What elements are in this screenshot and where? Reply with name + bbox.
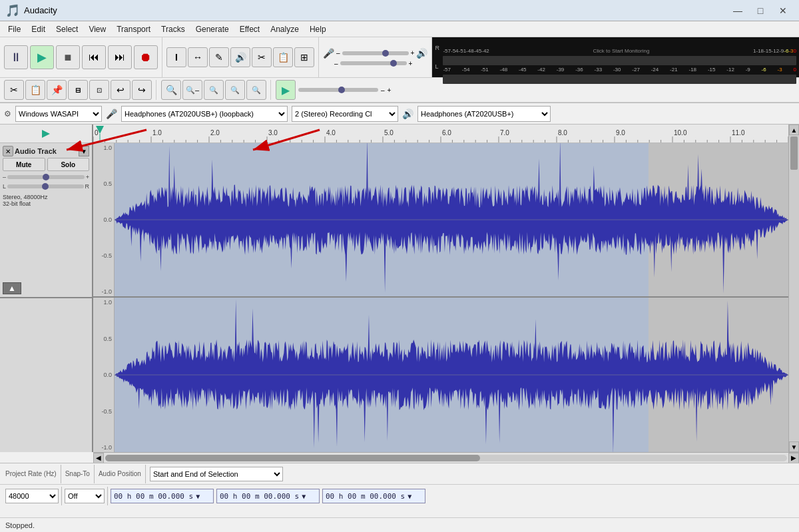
paste-tool[interactable]: 📋 (273, 47, 293, 67)
zoom-tool[interactable]: 🔊 (230, 47, 250, 67)
play-speed-btn[interactable]: ▶ (276, 80, 296, 100)
vscroll-thumb[interactable] (790, 136, 798, 170)
time2-dropdown-icon[interactable]: ▼ (302, 493, 306, 500)
selection-start-display[interactable]: 00 h 00 m 00.000 s ▼ (216, 489, 320, 503)
selection-format-select[interactable]: Start and End of Selection (150, 467, 283, 481)
cut-tool[interactable]: ✂ (252, 47, 272, 67)
track1-mute-solo: Mute Solo (3, 158, 89, 171)
zoom-sel-btn[interactable]: 🔍 (225, 80, 245, 100)
hscroll-right-btn[interactable]: ▶ (788, 453, 799, 463)
cut-btn[interactable]: ✂ (4, 80, 24, 100)
time3-dropdown-icon[interactable]: ▼ (407, 493, 411, 500)
footer: Project Rate (Hz) Snap-To Audio Position… (0, 463, 799, 517)
zoom-fit-btn[interactable]: 🔍 (204, 80, 224, 100)
track1-menu-btn[interactable]: ▼ (79, 146, 89, 156)
app-title: Audacity (24, 5, 727, 15)
record-button[interactable]: ⏺ (134, 45, 158, 69)
track2-wave[interactable]: 1.0 0.5 0.0 -0.5 -1.0 (93, 298, 788, 452)
hscroll-thumb[interactable] (105, 455, 480, 461)
hscroll-left-btn[interactable]: ◀ (93, 453, 104, 463)
paste-btn[interactable]: 📌 (47, 80, 67, 100)
menu-edit[interactable]: Edit (26, 23, 51, 35)
pause-button[interactable]: ⏸ (4, 45, 28, 69)
scale-neg05: -0.5 (93, 252, 114, 259)
close-button[interactable]: ✕ (772, 3, 794, 19)
channels-select[interactable]: 2 (Stereo) Recording Cl (292, 106, 398, 122)
menu-generate[interactable]: Generate (190, 23, 234, 35)
menu-help[interactable]: Help (304, 23, 332, 35)
undo-btn[interactable]: ↩ (111, 80, 131, 100)
menubar: File Edit Select View Transport Tracks G… (0, 21, 799, 37)
maximize-button[interactable]: □ (750, 3, 771, 19)
track2-controls (0, 298, 92, 452)
mixer-toolbar: 🎤 – + 🔊 – + (319, 37, 432, 77)
input-device-select[interactable]: Headphones (AT2020USB+) (loopback) (121, 106, 288, 122)
track1-pan-slider[interactable] (7, 184, 83, 188)
zoom-out-btn[interactable]: 🔍– (182, 80, 202, 100)
trim-btn[interactable]: ⊟ (68, 80, 88, 100)
skip-end-button[interactable]: ⏭ (108, 45, 132, 69)
track1-mute-btn[interactable]: Mute (3, 158, 45, 171)
play-button[interactable]: ▶ (30, 45, 54, 69)
track1-solo-btn[interactable]: Solo (47, 158, 90, 171)
track2-scale: 1.0 0.5 0.0 -0.5 -1.0 (93, 298, 115, 452)
zoom-toggle-btn[interactable]: 🔍 (246, 80, 266, 100)
skip-start-button[interactable]: ⏮ (82, 45, 106, 69)
time1-dropdown-icon[interactable]: ▼ (196, 493, 200, 500)
hscroll-track (105, 455, 787, 461)
menu-effect[interactable]: Effect (234, 23, 265, 35)
minimize-button[interactable]: — (727, 3, 748, 19)
stop-button[interactable]: ■ (56, 45, 80, 69)
mic-icon: 🎤 (323, 48, 334, 59)
gain-minus: – (336, 49, 340, 57)
scale-0.5: 0.5 (93, 180, 114, 187)
menu-file[interactable]: File (3, 23, 26, 35)
vu-l-label: L (435, 63, 443, 70)
output-device-select[interactable]: Headphones (AT2020USB+) (417, 106, 551, 122)
track1-wave[interactable]: 1.0 0.5 0.0 -0.5 -1.0 (93, 143, 788, 298)
vscroll-down-btn[interactable]: ▼ (789, 441, 799, 452)
menu-transport[interactable]: Transport (111, 23, 156, 35)
silence-btn[interactable]: ⊡ (89, 80, 109, 100)
gain-plus-label: + (86, 174, 89, 180)
project-rate-select[interactable]: 48000 (5, 489, 59, 503)
track1-wave-canvas[interactable] (115, 143, 788, 296)
track1-gain-slider[interactable] (7, 175, 85, 179)
playhead-corner-icon (39, 127, 53, 140)
audio-host-select[interactable]: Windows WASAPI (15, 106, 102, 122)
vu-meter-area: R -57 -54 -51 -48 -45 -42 Click to Start… (432, 37, 799, 77)
selection-end-display[interactable]: 00 h 00 m 00.000 s ▼ (322, 489, 425, 503)
track1-info: Stereo, 48000Hz 32-bit float (3, 194, 89, 207)
tracks-scroll-area: 1.0 0.5 0.0 -0.5 -1.0 (93, 143, 788, 452)
silence-tool[interactable]: ⊞ (294, 47, 314, 67)
scale-1.0: 1.0 (93, 144, 114, 151)
status-text: Stopped. (5, 521, 35, 529)
speaker-icon: 🔊 (416, 48, 427, 59)
menu-tracks[interactable]: Tracks (156, 23, 190, 35)
footer-divider4 (61, 487, 62, 505)
main-layout: 🎵 Audacity — □ ✕ File Edit Select View T… (0, 0, 799, 532)
copy-btn[interactable]: 📋 (25, 80, 45, 100)
edit-toolbar: ✂ 📋 📌 ⊟ ⊡ ↩ ↪ (4, 80, 156, 100)
pan-left-label: L (3, 183, 6, 190)
vertical-scrollbar: ▲ ▼ (788, 125, 799, 452)
menu-view[interactable]: View (83, 23, 111, 35)
play-speed-toolbar: ▶ – + (276, 80, 391, 100)
menu-select[interactable]: Select (51, 23, 83, 35)
track2-wave-canvas[interactable] (115, 298, 788, 452)
scale2-0.5: 0.5 (93, 336, 114, 342)
project-rate-label: Project Rate (Hz) (5, 470, 57, 477)
audio-position-display[interactable]: 00 h 00 m 00.000 s ▼ (111, 489, 214, 503)
snap-to-select[interactable]: Off (65, 489, 105, 503)
redo-btn[interactable]: ↪ (132, 80, 152, 100)
menu-analyze[interactable]: Analyze (265, 23, 304, 35)
envelope-tool[interactable]: ↔ (188, 47, 208, 67)
host-icon: ⚙ (4, 109, 11, 119)
zoom-in-btn[interactable]: 🔍 (161, 80, 181, 100)
draw-tool[interactable]: ✎ (209, 47, 229, 67)
timeline-ruler (93, 125, 788, 143)
select-tool[interactable]: I (166, 47, 186, 67)
track1-close-btn[interactable]: ✕ (3, 146, 13, 156)
vscroll-up-btn[interactable]: ▲ (789, 125, 799, 135)
track-collapse-btn[interactable]: ▲ (3, 282, 21, 294)
